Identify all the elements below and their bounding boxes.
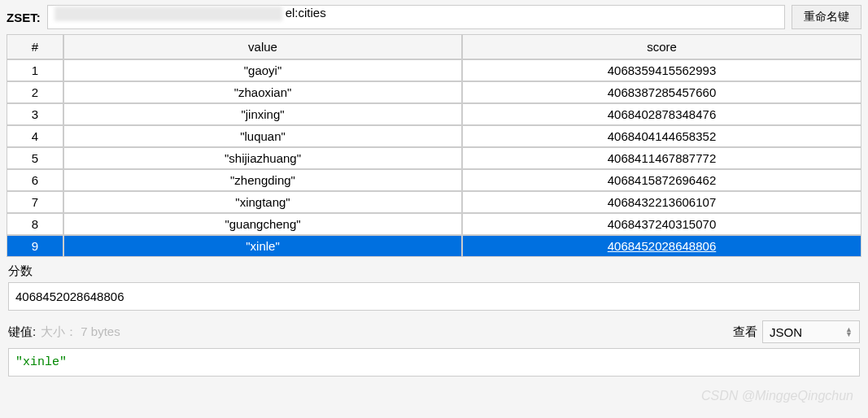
member-value-display[interactable]: "xinle": [8, 348, 860, 377]
table-row[interactable]: 6"zhengding"4068415872696462: [7, 169, 861, 191]
cell-value: "jinxing": [63, 103, 462, 125]
view-format-select[interactable]: JSON ▲▼: [762, 320, 860, 343]
column-header-index[interactable]: #: [7, 34, 63, 59]
rename-key-button[interactable]: 重命名键: [792, 5, 861, 29]
cell-value: "luquan": [63, 125, 462, 147]
cell-score: 4068404144658352: [462, 125, 861, 147]
cell-value: "zhengding": [63, 169, 462, 191]
cell-value: "xinle": [63, 235, 462, 257]
keyvalue-size-text: 大小： 7 bytes: [41, 324, 728, 340]
cell-value: "shijiazhuang": [63, 147, 462, 169]
cell-index: 9: [7, 235, 63, 257]
cell-value: "xingtang": [63, 191, 462, 213]
cell-value: "gaoyi": [63, 59, 462, 81]
table-row[interactable]: 1"gaoyi"4068359415562993: [7, 59, 861, 81]
cell-score: 4068437240315070: [462, 213, 861, 235]
cell-index: 3: [7, 103, 63, 125]
cell-index: 6: [7, 169, 63, 191]
table-row[interactable]: 4"luquan"4068404144658352: [7, 125, 861, 147]
chevron-updown-icon: ▲▼: [845, 327, 853, 337]
table-row[interactable]: 2"zhaoxian"4068387285457660: [7, 81, 861, 103]
table-row[interactable]: 3"jinxing"4068402878348476: [7, 103, 861, 125]
score-section-label: 分数: [0, 257, 868, 282]
cell-score: 4068415872696462: [462, 169, 861, 191]
cell-score: 4068387285457660: [462, 81, 861, 103]
cell-score: 4068432213606107: [462, 191, 861, 213]
key-suffix: el:cities: [286, 6, 326, 20]
view-format-value: JSON: [770, 325, 802, 339]
keyvalue-label: 键值:: [8, 324, 36, 340]
cell-score: 4068411467887772: [462, 147, 861, 169]
cell-index: 1: [7, 59, 63, 81]
redacted-key-prefix: [55, 7, 282, 21]
cell-index: 2: [7, 81, 63, 103]
cell-index: 7: [7, 191, 63, 213]
table-row[interactable]: 9"xinle"4068452028648806: [7, 235, 861, 257]
cell-index: 4: [7, 125, 63, 147]
cell-score: 4068359415562993: [462, 59, 861, 81]
cell-value: "zhaoxian": [63, 81, 462, 103]
cell-score: 4068402878348476: [462, 103, 861, 125]
score-value-display[interactable]: 4068452028648806: [8, 282, 860, 311]
cell-index: 5: [7, 147, 63, 169]
table-row[interactable]: 5"shijiazhuang"4068411467887772: [7, 147, 861, 169]
table-row[interactable]: 8"guangcheng"4068437240315070: [7, 213, 861, 235]
cell-index: 8: [7, 213, 63, 235]
watermark-text: CSDN @MinggeQingchun: [701, 389, 853, 403]
column-header-score[interactable]: score: [462, 34, 861, 59]
zset-type-label: ZSET:: [7, 11, 41, 24]
column-header-value[interactable]: value: [63, 34, 462, 59]
table-row[interactable]: 7"xingtang"4068432213606107: [7, 191, 861, 213]
view-format-label: 查看: [733, 324, 757, 340]
cell-score: 4068452028648806: [462, 235, 861, 257]
zset-members-table: # value score 1"gaoyi"40683594155629932"…: [7, 34, 861, 257]
key-name-input[interactable]: el:cities: [47, 5, 785, 29]
cell-value: "guangcheng": [63, 213, 462, 235]
